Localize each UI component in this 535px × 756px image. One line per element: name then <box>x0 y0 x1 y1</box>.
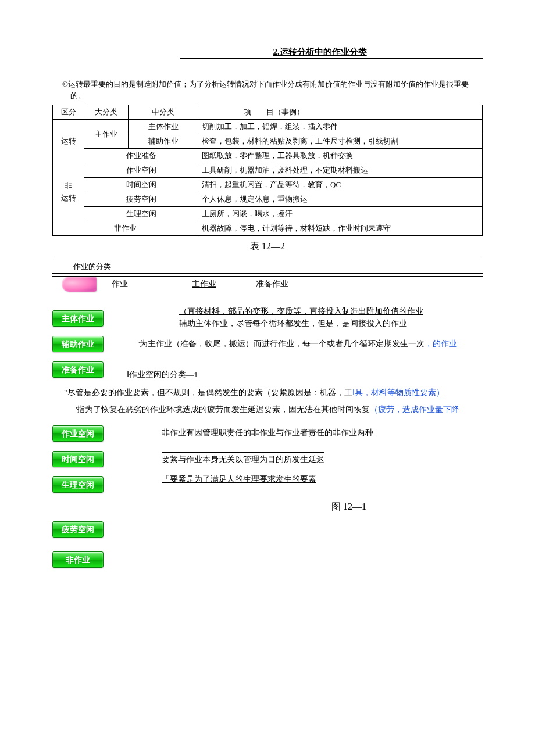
row-idle-phys: 生理空闲 「要紧是为了满足人的生理要求发生的要素 <box>52 472 483 497</box>
def-prepare: 准备作业 Ⅰ作业空闲的分类—1 <box>52 357 483 382</box>
table-header-row: 区分 大分类 中分类 项 目（事例） <box>53 105 483 120</box>
cell-main-work: 主作业 <box>84 120 129 149</box>
cell-nonwork-ex: 机器故障，停电，计划等待，材料短缺，作业时间未遵守 <box>198 221 483 236</box>
cell-idle-phys: 生理空闲 <box>84 207 198 221</box>
idle-time-para: '指为了恢复在恶劣的作业环境造成的疲劳而发生延迟要素，因无法在其他时间恢复（疲劳… <box>76 404 483 416</box>
cell-non-yunzhuan: 非运转 <box>53 163 84 221</box>
idle-heading: Ⅰ作业空闲的分类—1 <box>127 370 198 379</box>
table-row: 生理空闲 上厕所，闲谈，喝水，擦汗 <box>53 207 483 221</box>
time-desc: 要紧与作业本身无关以管理为目的所发生延迟 <box>162 452 324 466</box>
cell-main-body: 主体作业 <box>129 120 198 134</box>
idle-time-para-text: '指为了恢复在恶劣的作业环境造成的疲劳而发生延迟要素，因无法在其他时间恢复 <box>76 405 370 414</box>
cell-assist: 辅助作业 <box>129 134 198 149</box>
def-main-body-line1: （直接材料，部品的变形，变质等，直接投入制造出附加价值的作业 <box>179 307 423 316</box>
table-row: 作业准备 图纸取放，零件整理，工器具取放，机种交换 <box>53 149 483 163</box>
col-header-4: 项 目（事例） <box>198 105 483 120</box>
classification-section-title: 作业的分类 <box>52 260 483 274</box>
idle-work-para: "尽管是必要的作业要素，但不规则，是偶然发生的要素（要紧原因是：机器，工Ⅰ具，材… <box>64 387 483 399</box>
badge-prepare: 准备作业 <box>52 361 104 378</box>
cell-prepare: 作业准备 <box>84 149 198 163</box>
def-assist-text: '为主作业（准备，收尾，搬运）而进行作业，每一个或者几个循环定期发生一次 <box>138 339 425 348</box>
link-idle-time[interactable]: （疲劳，造成作业量下降 <box>370 405 459 414</box>
table-row: 非作业 机器故障，停电，计划等待，材料短缺，作业时间未遵守 <box>53 221 483 236</box>
row-nonwork: 非作业 <box>52 547 483 572</box>
def-assist: 辅助作业 '为主作业（准备，收尾，搬运）而进行作业，每一个或者几个循环定期发生一… <box>52 331 483 357</box>
stub-label-2: 主作业 <box>192 279 216 289</box>
col-header-1: 区分 <box>53 105 84 120</box>
intro-paragraph: ©运转最重要的目的是制造附加价值；为了分析运转情况对下面作业分成有附加价值的作业… <box>52 78 483 101</box>
cell-idle-time: 时间空闲 <box>84 178 198 192</box>
section-title: 2.运转分析中的作业分类 <box>52 46 483 58</box>
cell-prepare-examples: 图纸取放，零件整理，工器具取放，机种交换 <box>198 149 483 163</box>
stub-row: 作业 主作业 准备作业 <box>52 277 483 292</box>
classification-table: 区分 大分类 中分类 项 目（事例） 运转 主作业 主体作业 切削加工，加工，铝… <box>52 105 483 236</box>
cell-idle-work: 作业空闲 <box>84 163 198 178</box>
badge-nonwork: 非作业 <box>52 551 104 568</box>
stub-label-1: 作业 <box>112 279 128 289</box>
col-header-4-text: 项 目（事例） <box>202 107 346 117</box>
idle-work-para-text: "尽管是必要的作业要素，但不规则，是偶然发生的要素（要紧原因是：机器，工 <box>64 388 352 397</box>
badge-idle-fat: 疲劳空闲 <box>52 521 104 538</box>
stub-label-3: 准备作业 <box>256 279 288 289</box>
cell-idle-phys-ex: 上厕所，闲谈，喝水，擦汗 <box>198 207 483 221</box>
table-row: 非运转 作业空闲 工具研削，机器加油，废料处理，不定期材料搬运 <box>53 163 483 178</box>
table-row: 运转 主作业 主体作业 切削加工，加工，铝焊，组装，插入零件 <box>53 120 483 134</box>
badge-main-body: 主体作业 <box>52 310 104 327</box>
badge-idle-time: 时间空闲 <box>52 451 104 467</box>
cell-idle-work-ex: 工具研削，机器加油，废料处理，不定期材料搬运 <box>198 163 483 178</box>
col-header-2: 大分类 <box>84 105 129 120</box>
table-row: 时间空闲 清扫，起重机闲置，产品等待，教育，QC <box>53 178 483 192</box>
nonwork-desc: 非作业有因管理职责任的非作业与作业者责任的非作业两种 <box>162 427 373 439</box>
cell-nonwork: 非作业 <box>53 221 198 236</box>
row-idle-time: 时间空闲 要紧与作业本身无关以管理为目的所发生延迟 <box>52 446 483 472</box>
phys-desc: 「要紧是为了满足人的生理要求发生的要素 <box>162 474 316 486</box>
figure-caption: 图 12—1 <box>215 501 483 513</box>
def-main-body-line2: 辅助主体作业，尽管每个循环都发生，但是，是间接投入的作业 <box>179 319 407 328</box>
col-header-3: 中分类 <box>129 105 198 120</box>
cell-assist-examples: 检查，包装，材料的粘贴及剥离，工件尺寸检测，引线切割 <box>198 134 483 149</box>
badge-assist: 辅助作业 <box>52 336 104 352</box>
row-idle-fat: 疲劳空闲 <box>52 517 483 542</box>
cell-main-body-examples: 切削加工，加工，铝焊，组装，插入零件 <box>198 120 483 134</box>
badge-idle-phys: 生理空闲 <box>52 476 104 493</box>
badge-idle-work: 作业空闲 <box>52 425 104 442</box>
cell-idle-fat-ex: 个人休息，规定休息，重物搬运 <box>198 192 483 207</box>
table-row: 疲劳空闲 个人休息，规定休息，重物搬运 <box>53 192 483 207</box>
def-main-body: 主体作业 （直接材料，部品的变形，变质等，直接投入制造出附加价值的作业 辅助主体… <box>52 306 483 331</box>
link-idle-work[interactable]: Ⅰ具，材料等物质性要素） <box>352 388 444 397</box>
cell-idle-time-ex: 清扫，起重机闲置，产品等待，教育，QC <box>198 178 483 192</box>
pink-shape-icon <box>62 277 97 292</box>
link-assist-extra[interactable]: ，的作业 <box>425 339 457 348</box>
cell-yunzhuan: 运转 <box>53 120 84 163</box>
cell-idle-fat: 疲劳空闲 <box>84 192 198 207</box>
row-idle-work: 作业空闲 非作业有因管理职责任的非作业与作业者责任的非作业两种 <box>52 421 483 446</box>
table-caption: 表 12—2 <box>52 241 483 253</box>
